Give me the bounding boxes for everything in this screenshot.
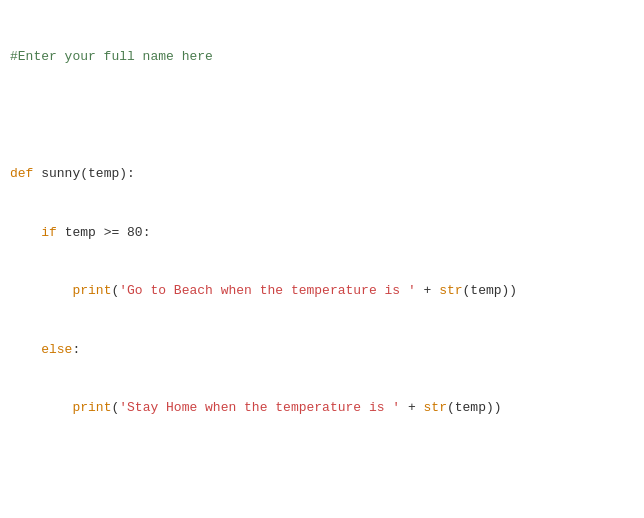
line-1: #Enter your full name here bbox=[10, 47, 634, 67]
line-4: if temp >= 80: bbox=[10, 223, 634, 243]
line-7: print('Stay Home when the temperature is… bbox=[10, 398, 634, 418]
line-blank-1 bbox=[10, 106, 634, 126]
code-editor: #Enter your full name here def sunny(tem… bbox=[10, 8, 634, 518]
line-blank-2 bbox=[10, 457, 634, 477]
line-5: print('Go to Beach when the temperature … bbox=[10, 281, 634, 301]
line-6: else: bbox=[10, 340, 634, 360]
line-3: def sunny(temp): bbox=[10, 164, 634, 184]
